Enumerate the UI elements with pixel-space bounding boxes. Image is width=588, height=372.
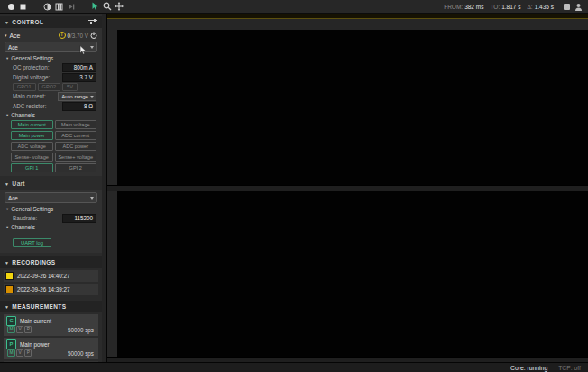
settings-sliders-icon[interactable] <box>88 18 97 26</box>
gpo-button-gpo1[interactable]: GPO1 <box>13 83 36 91</box>
channel-toggle-sense-voltage[interactable]: Sense+ voltage <box>55 153 97 162</box>
record-icon[interactable] <box>5 2 17 12</box>
chart-area <box>106 13 588 362</box>
measurement-header-row: PMain power <box>6 339 96 349</box>
adc-resistor-input[interactable]: 8 Ω <box>62 102 96 111</box>
uart-device-selector[interactable]: Ace <box>5 192 97 203</box>
pan-tool-icon[interactable] <box>113 2 124 12</box>
collapse-triangle-icon: ▼ <box>5 20 9 25</box>
timeline-overview[interactable] <box>106 13 588 19</box>
oc-protection-input[interactable]: 800m A <box>62 63 96 72</box>
split-columns-icon[interactable] <box>53 2 65 12</box>
general-settings-header[interactable]: ▾General Settings <box>4 54 98 62</box>
chevron-down-icon <box>90 197 94 200</box>
measurement-item[interactable]: CMain currentMVP50000 sps <box>4 314 98 336</box>
tcp-status: TCP: off <box>558 365 581 371</box>
gpo-button-5v[interactable]: 5V <box>62 83 78 91</box>
measurement-chip-m[interactable]: M <box>7 349 15 357</box>
recording-label: 2022-09-26 14:40:27 <box>17 273 69 279</box>
measurement-name: Main current <box>20 318 51 324</box>
measurement-badge: C <box>6 316 16 326</box>
channels-grid: Main currentMain voltageMain powerADC cu… <box>4 119 98 173</box>
delta-value: 1.435 s <box>535 4 554 10</box>
sample-rate: 50000 sps <box>68 327 96 333</box>
main-current-row: Main current: Auto range <box>4 91 98 101</box>
sidebar: ▼ CONTROL ▾ Ace i 0/3.70 V <box>0 13 107 362</box>
measurement-item[interactable]: PMain powerMVP50000 sps <box>4 338 98 359</box>
gpo-button-gpo2[interactable]: GPO2 <box>38 83 61 91</box>
recordings-section-header[interactable]: ▼ RECORDINGS <box>0 256 102 268</box>
chevron-down-icon <box>90 96 94 98</box>
channels-header[interactable]: ▾Channels <box>4 111 98 119</box>
power-toggle-icon[interactable] <box>90 32 97 40</box>
digital-voltage-input[interactable]: 3.7 V <box>62 73 96 82</box>
select-cursor-icon[interactable] <box>89 2 101 12</box>
digital-voltage-row: Digital voltage: 3.7 V <box>4 72 98 82</box>
chevron-down-icon <box>90 46 94 49</box>
measurement-chip-v[interactable]: V <box>16 326 23 333</box>
chart-divider[interactable] <box>106 185 588 191</box>
measurement-badge: P <box>6 339 16 349</box>
channel-toggle-adc-voltage[interactable]: ADC voltage <box>11 142 53 151</box>
measurement-chip-v[interactable]: V <box>16 349 23 357</box>
display-layout-icon[interactable] <box>561 2 573 12</box>
stop-icon[interactable] <box>17 2 29 12</box>
device-voltage-readout: 0/3.70 V <box>68 33 88 39</box>
from-label: FROM: <box>444 4 463 10</box>
channel-toggle-gpi-2[interactable]: GPI 2 <box>55 163 97 172</box>
channel-toggle-main-power[interactable]: Main power <box>11 131 53 140</box>
device-header[interactable]: ▾ Ace i 0/3.70 V <box>4 30 98 41</box>
uart-general-settings-header[interactable]: ▾General Settings <box>4 205 98 213</box>
channel-toggle-main-voltage[interactable]: Main voltage <box>55 120 97 129</box>
measurement-name: Main power <box>20 341 50 348</box>
recording-item[interactable]: 2022-09-26 14:39:27 <box>4 284 98 295</box>
control-section-header[interactable]: ▼ CONTROL <box>0 16 102 28</box>
measurement-chip-p[interactable]: P <box>24 349 32 357</box>
measurements-section-header[interactable]: ▼ MEASUREMENTS <box>0 301 102 312</box>
main-current-range-select[interactable]: Auto range <box>58 92 96 101</box>
sample-rate: 50000 sps <box>68 350 96 357</box>
device-panel: ▾ Ace i 0/3.70 V Ace ▾General Settings <box>0 28 102 176</box>
from-value: 382 ms <box>464 4 483 10</box>
power-plot[interactable] <box>117 191 588 357</box>
uart-section-header[interactable]: ▼ Uart <box>0 178 102 190</box>
channel-toggle-adc-power[interactable]: ADC power <box>55 142 97 151</box>
recording-item[interactable]: 2022-09-26 14:40:27 <box>4 270 98 282</box>
channel-toggle-main-current[interactable]: Main current <box>11 120 53 129</box>
uart-panel: Ace ▾General Settings Baudrate: 115200 ▾… <box>0 190 102 253</box>
device-info-icon[interactable]: i <box>59 32 66 39</box>
play-to-edge-icon[interactable] <box>65 2 77 12</box>
measurement-sub-row: MVP50000 sps <box>6 325 96 334</box>
power-analyzer-app: FROM: 382 ms TO: 1.817 s Δ: 1.435 s ▼ CO… <box>0 0 588 372</box>
channel-toggle-adc-current[interactable]: ADC current <box>55 131 97 140</box>
measurement-chip-p[interactable]: P <box>24 326 32 333</box>
oc-protection-row: OC protection: 800m A <box>4 62 98 72</box>
channel-toggle-gpi-1[interactable]: GPI 1 <box>11 163 53 172</box>
measurements-list: CMain currentMVP50000 spsPMain powerMVP5… <box>0 314 102 362</box>
delta-label: Δ: <box>528 4 533 10</box>
measurement-chip-m[interactable]: M <box>7 326 15 333</box>
toolbar: FROM: 382 ms TO: 1.817 s Δ: 1.435 s <box>0 0 588 14</box>
baudrate-input[interactable]: 115200 <box>62 214 96 223</box>
to-value: 1.817 s <box>501 4 520 10</box>
status-bar: Core: running TCP: off <box>0 362 588 372</box>
recording-extent-marker <box>539 27 588 29</box>
recording-color-swatch <box>6 286 13 293</box>
recording-label: 2022-09-26 14:39:27 <box>17 286 69 293</box>
device-selector[interactable]: Ace <box>5 42 97 52</box>
recordings-list: 2022-09-26 14:40:272022-09-26 14:39:27 <box>0 270 102 295</box>
main-current-chart <box>106 30 588 185</box>
current-plot[interactable] <box>117 30 588 185</box>
user-icon[interactable] <box>573 2 584 12</box>
zoom-tool-icon[interactable] <box>101 2 113 12</box>
channel-toggle-sense-voltage[interactable]: Sense- voltage <box>11 153 53 162</box>
device-name: Ace <box>10 33 21 39</box>
uart-log-toggle[interactable]: UART log <box>13 238 51 247</box>
contrast-view-icon[interactable] <box>41 2 53 12</box>
baudrate-row: Baudrate: 115200 <box>4 213 98 223</box>
recording-color-swatch <box>6 273 13 279</box>
gpo-button-row: GPO1GPO25V <box>4 82 98 91</box>
uart-channels-header[interactable]: ▾Channels <box>4 223 98 231</box>
sidebar-scrollbar[interactable] <box>102 13 106 362</box>
time-range-readout: FROM: 382 ms TO: 1.817 s Δ: 1.435 s <box>437 2 588 12</box>
